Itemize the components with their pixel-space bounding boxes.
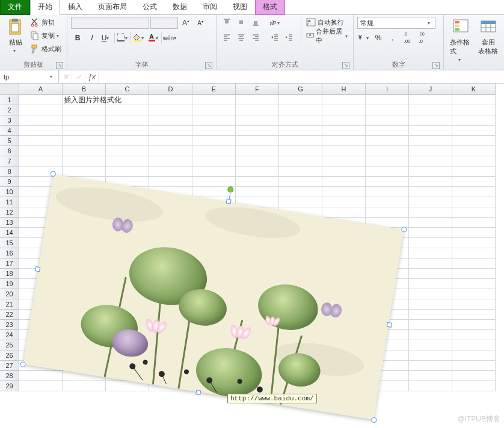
cell[interactable]	[279, 136, 322, 146]
row-header[interactable]: 17	[0, 258, 19, 269]
cell[interactable]	[63, 146, 106, 156]
dialog-launcher-icon[interactable]: ↘	[432, 62, 440, 69]
cell[interactable]	[149, 156, 192, 167]
cell[interactable]	[149, 136, 192, 146]
row-header[interactable]: 9	[0, 177, 19, 187]
cell[interactable]	[19, 105, 63, 115]
tab-format[interactable]: 格式	[255, 0, 285, 15]
cell[interactable]	[409, 187, 452, 197]
cell[interactable]	[149, 167, 192, 177]
cell[interactable]	[366, 167, 409, 177]
cell[interactable]	[149, 146, 192, 156]
cell[interactable]	[192, 167, 236, 177]
cell[interactable]	[322, 167, 366, 177]
cell[interactable]	[409, 330, 452, 340]
column-header[interactable]: H	[322, 84, 366, 95]
cell[interactable]	[19, 95, 63, 105]
row-header[interactable]: 24	[0, 330, 19, 340]
row-headers[interactable]: 1234567891011121314151617181920212223242…	[0, 95, 19, 391]
row-header[interactable]: 5	[0, 136, 19, 146]
cell[interactable]	[452, 330, 496, 340]
cell[interactable]	[452, 177, 496, 187]
resize-handle-b[interactable]	[195, 390, 201, 395]
cell[interactable]	[452, 258, 496, 269]
cell[interactable]	[409, 207, 452, 218]
row-header[interactable]: 7	[0, 156, 19, 167]
cell[interactable]	[192, 177, 236, 187]
cell[interactable]	[279, 146, 322, 156]
cell[interactable]	[366, 187, 409, 197]
cell[interactable]	[409, 350, 452, 361]
cell[interactable]	[409, 238, 452, 248]
cell[interactable]	[409, 197, 452, 207]
tab-view[interactable]: 视图	[225, 0, 255, 15]
cell[interactable]	[63, 126, 106, 136]
merge-center-button[interactable]: a合并后居中▾	[306, 30, 349, 42]
tab-data[interactable]: 数据	[165, 0, 195, 15]
format-table-button[interactable]: 套用 表格格	[476, 16, 500, 57]
row-header[interactable]: 12	[0, 207, 19, 218]
cell[interactable]	[409, 340, 452, 350]
cell[interactable]	[106, 167, 149, 177]
cell[interactable]	[322, 197, 366, 207]
cell[interactable]	[236, 136, 279, 146]
cell[interactable]	[192, 126, 236, 136]
cell[interactable]	[366, 136, 409, 146]
column-header[interactable]: D	[149, 84, 192, 95]
tab-start[interactable]: 开始	[30, 0, 60, 15]
cell[interactable]	[452, 187, 496, 197]
cell[interactable]	[279, 197, 322, 207]
row-header[interactable]: 1	[0, 95, 19, 105]
orientation-button[interactable]: ab▾	[268, 16, 281, 29]
fx-button[interactable]: ƒx	[85, 70, 99, 83]
resize-handle-br[interactable]	[371, 417, 377, 423]
cell[interactable]	[149, 126, 192, 136]
cell[interactable]	[409, 289, 452, 299]
align-bottom-button[interactable]	[249, 16, 262, 29]
align-right-button[interactable]	[249, 31, 262, 44]
cancel-fx-button[interactable]: ✕	[59, 70, 72, 83]
increase-decimal-button[interactable]: .0.00	[401, 31, 414, 44]
column-header[interactable]: J	[409, 84, 452, 95]
tab-formula[interactable]: 公式	[135, 0, 165, 15]
cell[interactable]	[452, 167, 496, 177]
tab-layout[interactable]: 页面布局	[90, 0, 135, 15]
cell[interactable]	[322, 156, 366, 167]
cell[interactable]	[322, 126, 366, 136]
column-header[interactable]: E	[192, 84, 236, 95]
cell[interactable]	[366, 115, 409, 126]
cell[interactable]	[452, 228, 496, 238]
cell[interactable]	[236, 126, 279, 136]
cell[interactable]	[409, 371, 452, 381]
cell[interactable]	[452, 340, 496, 350]
cell[interactable]	[452, 279, 496, 289]
align-middle-button[interactable]	[235, 16, 248, 29]
cell[interactable]	[106, 156, 149, 167]
enter-fx-button[interactable]: ✓	[72, 70, 85, 83]
copy-button[interactable]: 复制▾	[30, 29, 61, 41]
cell[interactable]	[279, 115, 322, 126]
cell[interactable]	[279, 187, 322, 197]
format-painter-button[interactable]: 格式刷	[30, 43, 61, 55]
cell[interactable]	[279, 177, 322, 187]
row-header[interactable]: 25	[0, 340, 19, 350]
row-header[interactable]: 15	[0, 238, 19, 248]
cell[interactable]	[409, 320, 452, 330]
cell[interactable]	[236, 105, 279, 115]
cell[interactable]	[106, 95, 149, 105]
row-header[interactable]: 28	[0, 371, 19, 381]
cell[interactable]	[409, 156, 452, 167]
cut-button[interactable]: 剪切	[30, 16, 61, 28]
row-header[interactable]: 3	[0, 115, 19, 126]
italic-button[interactable]: I	[85, 31, 99, 44]
cell[interactable]	[192, 115, 236, 126]
cell[interactable]	[452, 320, 496, 330]
align-top-button[interactable]	[220, 16, 233, 29]
conditional-format-button[interactable]: 条件格式▾	[447, 16, 473, 64]
cell[interactable]	[322, 207, 366, 218]
fill-color-button[interactable]: ▾	[132, 31, 146, 44]
cell[interactable]	[322, 105, 366, 115]
phonetic-button[interactable]: wén▾	[163, 31, 176, 44]
resize-handle-l[interactable]	[35, 266, 40, 272]
cell[interactable]	[409, 115, 452, 126]
